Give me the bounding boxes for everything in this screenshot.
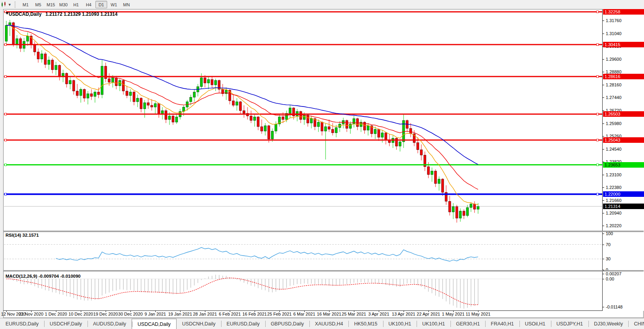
main-rsi-splitter[interactable] [3,231,644,232]
chart-ohlc-values: 1.21172 1.21329 1.21093 1.21314 [45,11,117,17]
price-tick [603,149,604,150]
macd-label: 0.00 [606,277,614,281]
date-axis-border [3,310,644,311]
price-tick [603,226,604,226]
chart-window[interactable] [3,9,644,318]
timeframe-toolbar: ▼ M1 M5 M15 M30 H1 H4 D1 W1 MN [0,0,644,9]
timeframe-button-m30[interactable]: M30 [58,1,69,8]
price-tick [603,21,604,21]
date-label: 6 Feb 2021 [219,312,241,316]
date-label: 6 Mar 2021 [293,312,315,316]
price-tick [603,59,604,60]
price-label: 1.22380 [606,185,622,190]
price-tick [603,200,604,201]
price-tick [603,34,604,34]
price-label: 1.25980 [606,121,622,126]
chart-collapse-icon[interactable] [6,12,9,15]
price-axis[interactable]: 1.317601.310401.303201.296001.288801.281… [602,9,644,311]
macd-label: 0.00207 [606,271,622,276]
date-label: 13 Apr 2021 [392,312,415,316]
price-label: 1.31760 [606,18,622,23]
date-label: 11 May 2021 [466,312,491,316]
timeframe-button-w1[interactable]: W1 [108,1,120,8]
price-label: 1.23100 [606,172,622,177]
date-label: 16 Feb 2021 [242,312,267,316]
rsi-tick [603,259,604,259]
tab-uk100-h1[interactable]: UK100,H1 [383,318,417,329]
price-badge-1.26503: 1.26503 [603,111,644,117]
tab-usdcnh-daily[interactable]: USDCNH,Daily [177,318,221,329]
timeframe-button-h1[interactable]: H1 [70,1,82,8]
tab-dj30-weekly[interactable]: DJ30,Weekly [588,318,628,329]
price-tick [603,123,604,124]
timeframe-button-h4[interactable]: H4 [83,1,95,8]
tab-hk50-m15[interactable]: HK50,M15 [348,318,383,329]
tab-uk100-h1[interactable]: UK100,H1 [417,318,450,329]
price-badge-1.30415: 1.30415 [603,42,644,47]
macd-label: -0.01148 [606,305,623,309]
date-label: 1 Dec 2020 [45,312,67,316]
price-label: 1.20940 [606,211,622,215]
price-badge-1.28616: 1.28616 [603,74,644,79]
timeframe-button-m15[interactable]: M15 [45,1,57,8]
price-tick [603,213,604,213]
price-label: 1.28160 [606,82,622,87]
toolbar-grip[interactable] [15,2,17,8]
date-label: 3 Apr 2021 [368,312,389,316]
date-label: 30 Dec 2020 [118,312,143,316]
macd-indicator-label: MACD(12,26,9) -0.009704 -0.010090 [6,274,81,279]
macd-tick [603,274,604,274]
price-badge-1.23653: 1.23653 [603,162,644,168]
date-label: 25 Mar 2021 [342,312,366,316]
rsi-label: 30 [606,256,610,261]
date-label: 10 Dec 2020 [69,312,93,316]
price-badge-1.21314: 1.21314 [603,204,644,209]
timeframe-button-m5[interactable]: M5 [32,1,44,8]
symbol-tabbar: EURUSD,DailyUSDCHF,DailyAUDUSD,DailyUSDC… [0,318,644,329]
tab-audusd-daily[interactable]: AUDUSD,Daily [87,318,132,329]
tab-usdjpy-h1[interactable]: USDJPY,H1 [551,318,588,329]
date-label: 22 Apr 2021 [417,312,440,316]
tab-eurusd-daily[interactable]: EURUSD,Daily [221,318,265,329]
date-label: 1 May 2021 [442,312,464,316]
price-badge-1.25043: 1.25043 [603,137,644,143]
tab-usdcad-daily[interactable]: USDCAD,Daily [132,319,177,329]
macd-tick [603,307,604,307]
tab-usdchf-daily[interactable]: USDCHF,Daily [44,318,87,329]
price-tick [603,85,604,85]
price-tick [603,110,604,111]
timeframe-button-mn[interactable]: MN [121,1,132,8]
price-badge-1.22000: 1.22000 [603,191,644,197]
rsi-tick [603,234,604,234]
tab-ger30-h1[interactable]: GER30,H1 [450,318,485,329]
tab-xauusd-h4[interactable]: XAUUSD,H4 [309,318,349,329]
rsi-tick [603,245,604,245]
mt4-application: ▼ M1 M5 M15 M30 H1 H4 D1 W1 MN USDCAD,Da… [0,0,644,329]
price-label: 1.20220 [606,223,622,228]
date-label: 16 Mar 2021 [317,312,341,316]
tab-fra40-h1[interactable]: FRA40,H1 [485,318,519,329]
price-label: 1.24540 [606,147,622,151]
price-tick [603,175,604,175]
rsi-macd-splitter[interactable] [3,270,644,271]
price-tick [603,136,604,136]
timeframe-button-m1[interactable]: M1 [20,1,32,8]
date-label: 19 Jan 2021 [168,312,192,316]
price-label: 1.21660 [606,198,622,203]
date-label: 21 Nov 2020 [19,312,43,316]
macd-tick [603,279,604,279]
chevron-down-icon[interactable]: ▼ [8,3,11,7]
tab-gbpusd-daily[interactable]: GBPUSD,Daily [265,318,309,329]
tab-eurusd-daily[interactable]: EURUSD,Daily [0,318,44,329]
date-label: 25 Feb 2021 [267,312,292,316]
price-label: 1.27440 [606,95,622,100]
chart-title: USDCAD,Daily1.21172 1.21329 1.21093 1.21… [9,11,117,17]
rsi-indicator-label: RSI(14) 32.1571 [6,233,39,237]
timeframe-button-d1[interactable]: D1 [95,1,107,8]
date-label: 19 Dec 2020 [93,312,118,316]
rsi-label: 70 [606,242,610,247]
tab-usoil-h1[interactable]: USOil,H1 [519,318,551,329]
price-label: 1.29600 [606,57,622,62]
tab-china300-h1[interactable]: CHINA300,H1 [628,318,644,329]
chart-type-icon[interactable] [1,2,7,8]
